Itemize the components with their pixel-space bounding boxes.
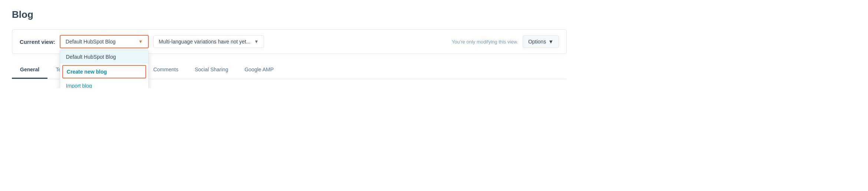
tab-item-comments[interactable]: Comments (145, 61, 187, 79)
dropdown-item-create-new[interactable]: Create new blog (62, 65, 146, 78)
dropdown-item-default[interactable]: Default HubSpot Blog (60, 50, 148, 64)
dropdown-item-import[interactable]: Import blog (60, 80, 148, 88)
options-button[interactable]: Options ▼ (523, 35, 559, 48)
options-chevron-icon: ▼ (548, 39, 553, 45)
blog-select-chevron-icon: ▼ (138, 39, 143, 44)
tab-item-social-sharing[interactable]: Social Sharing (187, 61, 236, 79)
language-select-button[interactable]: Multi-language variations have not yet..… (153, 35, 264, 48)
tab-item-google-amp[interactable]: Google AMP (236, 61, 282, 79)
blog-select-value: Default HubSpot Blog (66, 39, 116, 45)
language-select-value: Multi-language variations have not yet..… (159, 39, 250, 45)
page-title: Blog (12, 9, 567, 20)
blog-dropdown-container: Default HubSpot Blog ▼ Default HubSpot B… (60, 35, 149, 48)
blog-dropdown-menu: Default HubSpot Blog Create new blog Imp… (60, 50, 149, 88)
current-view-label: Current view: (20, 39, 55, 45)
modifying-text: You're only modifying this view. (452, 39, 518, 45)
current-view-bar: Current view: Default HubSpot Blog ▼ Def… (12, 29, 567, 54)
options-label: Options (528, 39, 546, 45)
blog-select-button[interactable]: Default HubSpot Blog ▼ (60, 35, 149, 48)
language-select-chevron-icon: ▼ (254, 39, 259, 44)
page-wrapper: Blog Current view: Default HubSpot Blog … (0, 0, 579, 88)
tab-item-general[interactable]: General (12, 61, 47, 79)
